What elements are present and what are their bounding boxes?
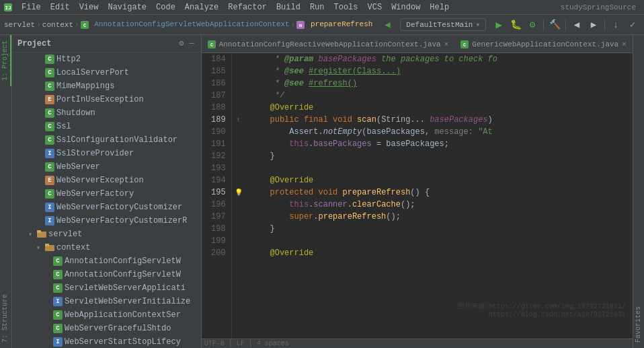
tree-item[interactable]: ISslStoreProvider — [12, 147, 201, 160]
gutter-198 — [232, 223, 245, 235]
git-commit[interactable]: ✓ — [625, 18, 640, 32]
menu-vcs[interactable]: VCS — [364, 1, 387, 13]
run-button[interactable]: ▶ — [491, 18, 506, 32]
editor-area: C AnnotationConfigReactiveWebApplication… — [202, 35, 633, 348]
tree-item[interactable]: CLocalServerPort — [12, 66, 201, 79]
tab-close-generic[interactable]: × — [622, 40, 627, 48]
breadcrumb-classname[interactable]: C AnnotationConfigServletWebApplicationC… — [81, 20, 290, 28]
code-line-187: */ — [251, 90, 627, 102]
toolbar-sep-3 — [604, 19, 605, 31]
tree-item-label: WebServerFactoryCustomizer — [56, 203, 182, 212]
tree-item[interactable]: CWebApplicationContextSer — [12, 308, 201, 322]
toolbar-run-actions: ▶ 🐛 ⚙ 🔨 ◀ ▶ ↓ ✓ — [491, 18, 640, 32]
menu-bar: IJ File Edit View Navigate Code Analyze … — [0, 0, 644, 15]
right-side-tabs: Favorites — [633, 35, 644, 348]
debug-button[interactable]: 🐛 — [508, 18, 523, 32]
run-coverage-button[interactable]: ⚙ — [525, 18, 540, 32]
tree-item[interactable]: CWebServer — [12, 160, 201, 174]
tree-item[interactable]: CMimeMappings — [12, 79, 201, 93]
menu-analyze[interactable]: Analyze — [181, 1, 223, 13]
menu-navigate[interactable]: Navigate — [104, 1, 151, 13]
tab-reactive-context[interactable]: C AnnotationConfigReactiveWebApplication… — [202, 36, 455, 53]
build-button[interactable]: 🔨 — [547, 18, 562, 32]
tree-item[interactable]: CShutdown — [12, 106, 201, 120]
tree-item-label: WebServerException — [56, 176, 144, 185]
next-change[interactable]: ▶ — [586, 18, 601, 32]
run-config-dropdown-icon: ▾ — [475, 20, 480, 29]
breadcrumb-sep-2: › — [75, 21, 79, 29]
menu-code[interactable]: Code — [152, 1, 179, 13]
menu-refactor[interactable]: Refactor — [224, 1, 271, 13]
tree-item[interactable]: CServletWebServerApplicati — [12, 281, 201, 295]
menu-tools[interactable]: Tools — [330, 1, 362, 13]
tree-item[interactable]: IServletWebServerInitialize — [12, 295, 201, 308]
run-config-selector[interactable]: DefaultTestMain ▾ — [400, 18, 486, 31]
code-line-196: this.scanner.clearCache(); — [251, 199, 627, 211]
breadcrumb-servlet[interactable]: servlet — [4, 21, 35, 29]
tree-item[interactable]: CSsl — [12, 120, 201, 133]
project-settings-button[interactable]: ⚙ — [177, 37, 185, 50]
c-class-icon: C — [45, 162, 54, 172]
prev-change[interactable]: ◀ — [569, 18, 584, 32]
tree-item-label: AnnotationConfigServletW — [65, 256, 181, 266]
tree-item[interactable]: IWebServerFactoryCustomizerR — [12, 214, 201, 228]
breadcrumb-method[interactable]: m prepareRefresh — [296, 20, 372, 28]
linenum-196: 196 — [204, 199, 226, 211]
c-class-icon: C — [45, 189, 54, 199]
tree-item[interactable]: CHttp2 — [12, 53, 201, 66]
linenum-197: 197 — [204, 211, 226, 223]
app-icon: IJ — [3, 2, 13, 13]
folder-icon — [37, 230, 46, 239]
tab-close-reactive[interactable]: × — [444, 40, 449, 48]
c-class-icon: C — [53, 324, 63, 333]
gutter-194 — [232, 174, 245, 186]
tree-item[interactable]: EWebServerException — [12, 174, 201, 187]
menu-window[interactable]: Window — [387, 1, 424, 13]
linenum-192: 192 — [204, 150, 226, 162]
tree-item[interactable]: ▾context — [12, 241, 201, 254]
tab-favorites[interactable]: Favorites — [633, 301, 643, 348]
tree-item[interactable]: CAnnotationConfigServletW — [12, 268, 201, 281]
tree-item[interactable]: ▾servlet — [12, 228, 201, 241]
project-panel-header: Project ⚙ — — [12, 35, 201, 53]
tree-item-label: context — [56, 243, 90, 252]
tab-project[interactable]: 1: Project — [0, 35, 11, 86]
c-class-icon: C — [53, 256, 63, 266]
tree-item[interactable]: CWebServerFactory — [12, 187, 201, 201]
i-class-icon: I — [45, 203, 54, 212]
gutter-189: ↑ — [232, 114, 245, 126]
tree-item[interactable]: CSslConfigurationValidator — [12, 133, 201, 147]
bottom-status-bar: UTF-8 | LF | 4 spaces — [202, 339, 633, 348]
breadcrumb-context[interactable]: context — [42, 21, 73, 29]
tree-item[interactable]: EPortInUseException — [12, 93, 201, 106]
line-numbers: 184 185 186 187 188 189 190 191 192 193 … — [202, 53, 232, 339]
code-line-185: * @see #register(Class...) — [251, 65, 627, 77]
tree-item-label: servlet — [48, 230, 82, 239]
tree-item[interactable]: CAnnotationConfigServletW — [12, 254, 201, 268]
tree-item-label: MimeMappings — [56, 81, 114, 91]
tree-item[interactable]: IWebServerFactoryCustomizer — [12, 201, 201, 214]
menu-help[interactable]: Help — [426, 1, 453, 13]
menu-file[interactable]: File — [17, 1, 45, 13]
linenum-189: 189 — [204, 114, 226, 126]
menu-build[interactable]: Build — [272, 1, 305, 13]
tab-structure[interactable]: 7: Structure — [0, 289, 11, 348]
code-line-200: @Override — [251, 247, 627, 259]
toolbar-sep-1 — [543, 19, 544, 31]
project-close-button[interactable]: — — [188, 38, 195, 50]
tree-item[interactable]: IWebServerStartStopLifecy — [12, 335, 201, 348]
code-line-189: public final void scan(String... basePac… — [251, 114, 627, 126]
tree-item[interactable]: CWebServerGracefulShtdo — [12, 322, 201, 335]
tree-item-label: WebServerGracefulShtdo — [65, 324, 171, 333]
menu-run[interactable]: Run — [306, 1, 329, 13]
back-button[interactable]: ◀ — [380, 18, 395, 32]
tree-item-label: ServletWebServerApplicati — [65, 283, 186, 293]
git-update[interactable]: ↓ — [608, 18, 623, 32]
tab-generic-context[interactable]: C GenericWebApplicationContext.java × — [454, 36, 632, 53]
code-content[interactable]: * @param basePackages the packages to ch… — [245, 53, 633, 339]
app-title: studySpringSource — [561, 3, 636, 11]
code-line-191: this.basePackages = basePackages; — [251, 138, 627, 150]
c-class-icon: C — [45, 135, 54, 145]
menu-edit[interactable]: Edit — [46, 1, 74, 13]
menu-view[interactable]: View — [75, 1, 103, 13]
